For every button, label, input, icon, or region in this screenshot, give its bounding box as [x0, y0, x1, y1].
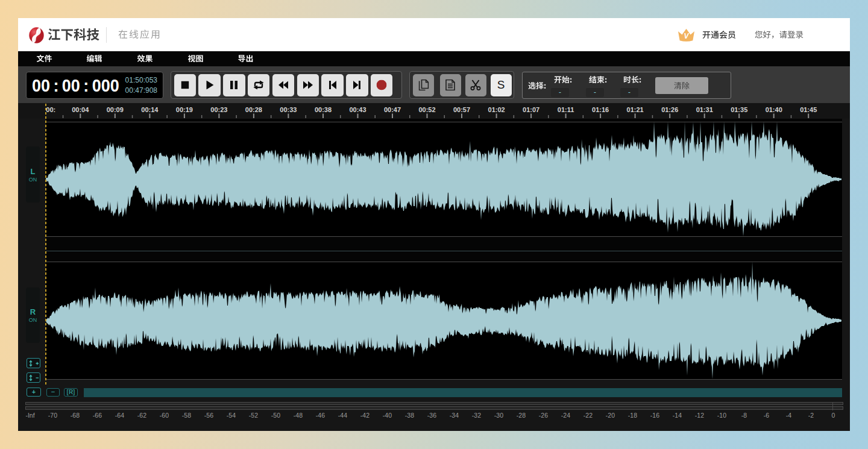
svg-text:00:43: 00:43: [349, 106, 366, 113]
svg-text:-12: -12: [695, 412, 704, 419]
svg-text:-22: -22: [583, 412, 593, 419]
svg-text:00:04: 00:04: [72, 106, 89, 113]
svg-text:-28: -28: [517, 412, 526, 419]
svg-text:-60: -60: [160, 412, 169, 419]
svg-text:-52: -52: [249, 412, 258, 419]
svg-text:01:16: 01:16: [592, 106, 609, 113]
svg-text:-58: -58: [182, 412, 191, 419]
svg-text:-42: -42: [360, 412, 370, 419]
svg-text:00:09: 00:09: [107, 106, 124, 113]
svg-text:-10: -10: [717, 412, 726, 419]
svg-text:-68: -68: [71, 412, 80, 419]
svg-text:00:38: 00:38: [315, 106, 332, 113]
svg-text:-46: -46: [316, 412, 325, 419]
svg-text:00:33: 00:33: [280, 106, 297, 113]
svg-text:00:28: 00:28: [245, 106, 262, 113]
svg-text:-20: -20: [606, 412, 615, 419]
svg-text:-14: -14: [673, 412, 682, 419]
svg-text:0: 0: [831, 412, 835, 419]
svg-text:-Inf: -Inf: [25, 412, 34, 419]
svg-text:00:57: 00:57: [453, 106, 470, 113]
svg-text:-16: -16: [650, 412, 659, 419]
svg-text:01:07: 01:07: [523, 106, 539, 113]
svg-text:00:47: 00:47: [384, 106, 401, 113]
svg-text:-38: -38: [405, 412, 414, 419]
svg-text:00:: 00:: [46, 106, 55, 113]
svg-text:00:19: 00:19: [176, 106, 193, 113]
svg-text:-48: -48: [294, 412, 303, 419]
svg-text:-36: -36: [427, 412, 436, 419]
svg-text:-6: -6: [764, 412, 769, 419]
svg-text:00:14: 00:14: [141, 106, 159, 113]
svg-text:01:31: 01:31: [696, 106, 713, 113]
svg-text:00:23: 00:23: [210, 106, 227, 113]
svg-text:-56: -56: [204, 412, 213, 419]
svg-text:-50: -50: [271, 412, 280, 419]
svg-text:-34: -34: [450, 412, 459, 419]
svg-text:-62: -62: [137, 412, 146, 419]
svg-text:-24: -24: [561, 412, 570, 419]
svg-text:V: V: [684, 32, 690, 40]
svg-text:-18: -18: [628, 412, 637, 419]
svg-text:01:02: 01:02: [488, 106, 505, 113]
svg-text:01:21: 01:21: [627, 106, 644, 113]
svg-text:00:52: 00:52: [418, 106, 435, 113]
svg-text:-54: -54: [227, 412, 236, 419]
svg-text:-70: -70: [48, 412, 57, 419]
svg-text:-44: -44: [338, 412, 347, 419]
svg-text:-26: -26: [539, 412, 548, 419]
svg-text:-64: -64: [115, 412, 124, 419]
svg-text:-66: -66: [93, 412, 102, 419]
svg-text:01:40: 01:40: [766, 106, 782, 113]
svg-text:01:26: 01:26: [661, 106, 678, 113]
svg-text:01:11: 01:11: [558, 106, 574, 113]
svg-text:-30: -30: [494, 412, 503, 419]
svg-text:-4: -4: [786, 412, 791, 419]
svg-text:01:45: 01:45: [800, 106, 817, 113]
svg-text:-8: -8: [741, 412, 747, 419]
svg-text:-2: -2: [808, 412, 814, 419]
svg-text:-32: -32: [472, 412, 481, 419]
svg-text:-40: -40: [383, 412, 392, 419]
svg-text:01:35: 01:35: [731, 106, 747, 113]
